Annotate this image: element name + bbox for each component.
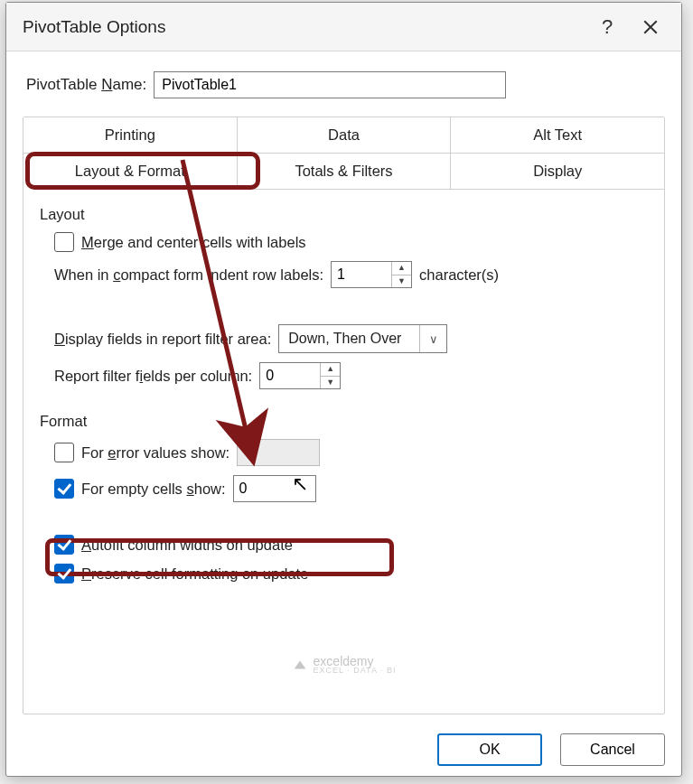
- pivottable-name-input[interactable]: [154, 71, 506, 98]
- titlebar: PivotTable Options ?: [6, 3, 681, 51]
- ok-button[interactable]: OK: [437, 733, 542, 766]
- tab-alt-text[interactable]: Alt Text: [451, 117, 664, 153]
- spinner-icon[interactable]: ▲▼: [391, 262, 411, 287]
- pivottable-name-row: PivotTable Name:: [26, 71, 665, 98]
- tab-row-top: Printing Data Alt Text: [23, 117, 664, 154]
- dialog-body: PivotTable Name: Printing Data Alt Text …: [6, 51, 681, 723]
- autofit-row: Autofit column widths on update: [54, 535, 650, 555]
- tab-row-bottom: Layout & Format Totals & Filters Display: [23, 154, 664, 190]
- empty-cells-row: For empty cells show:: [54, 475, 650, 502]
- dialog-title: PivotTable Options: [23, 17, 165, 37]
- compact-indent-suffix: character(s): [419, 266, 499, 284]
- tabs-container: Printing Data Alt Text Layout & Format T…: [23, 117, 665, 714]
- merge-cells-checkbox[interactable]: [54, 232, 74, 252]
- close-icon: [642, 19, 659, 35]
- filter-fields-input[interactable]: [260, 363, 320, 388]
- tab-totals-filters[interactable]: Totals & Filters: [238, 154, 452, 189]
- merge-cells-row: Merge and center cells with labels: [54, 232, 650, 252]
- dialog-footer: OK Cancel: [6, 723, 681, 776]
- tab-printing[interactable]: Printing: [23, 117, 238, 153]
- display-fields-row: Display fields in report filter area: Do…: [54, 324, 650, 353]
- spinner-icon[interactable]: ▲▼: [320, 363, 340, 388]
- tab-data[interactable]: Data: [238, 117, 452, 153]
- display-fields-value: Down, Then Over: [279, 331, 419, 347]
- tab-display[interactable]: Display: [451, 154, 664, 189]
- filter-fields-label: Report filter fields per column:: [54, 368, 252, 385]
- empty-cells-input[interactable]: [233, 475, 316, 502]
- error-values-input: [237, 439, 320, 466]
- error-values-label: For error values show:: [81, 444, 229, 462]
- compact-indent-row: When in compact form indent row labels: …: [54, 261, 650, 288]
- tab-layout-format[interactable]: Layout & Format: [23, 154, 238, 190]
- compact-indent-input[interactable]: [332, 262, 391, 287]
- section-label-format: Format: [40, 413, 650, 430]
- autofit-checkbox[interactable]: [54, 535, 74, 555]
- section-label-layout: Layout: [40, 206, 650, 223]
- close-button[interactable]: [629, 6, 672, 48]
- filter-fields-row: Report filter fields per column: ▲▼: [54, 362, 650, 389]
- pivottable-name-label: PivotTable Name:: [26, 76, 146, 94]
- filter-fields-stepper[interactable]: ▲▼: [259, 362, 341, 389]
- display-fields-select[interactable]: Down, Then Over ∨: [278, 324, 447, 353]
- merge-cells-label: Merge and center cells with labels: [81, 234, 306, 251]
- cancel-button[interactable]: Cancel: [560, 733, 665, 766]
- preserve-row: Preserve cell formatting on update: [54, 564, 650, 583]
- autofit-label: Autofit column widths on update: [81, 537, 293, 554]
- error-values-checkbox[interactable]: [54, 443, 74, 462]
- preserve-label: Preserve cell formatting on update: [81, 565, 308, 583]
- chevron-down-icon: ∨: [419, 325, 446, 352]
- error-values-row: For error values show:: [54, 439, 650, 466]
- empty-cells-checkbox[interactable]: [54, 479, 74, 499]
- compact-indent-label: When in compact form indent row labels:: [54, 266, 323, 284]
- help-button[interactable]: ?: [585, 6, 629, 48]
- display-fields-label: Display fields in report filter area:: [54, 331, 271, 348]
- tab-content-layout-format: Layout Merge and center cells with label…: [23, 190, 664, 714]
- pivottable-options-dialog: PivotTable Options ? PivotTable Name: Pr…: [5, 2, 682, 777]
- compact-indent-stepper[interactable]: ▲▼: [331, 261, 412, 288]
- preserve-checkbox[interactable]: [54, 564, 74, 583]
- empty-cells-label: For empty cells show:: [81, 481, 226, 498]
